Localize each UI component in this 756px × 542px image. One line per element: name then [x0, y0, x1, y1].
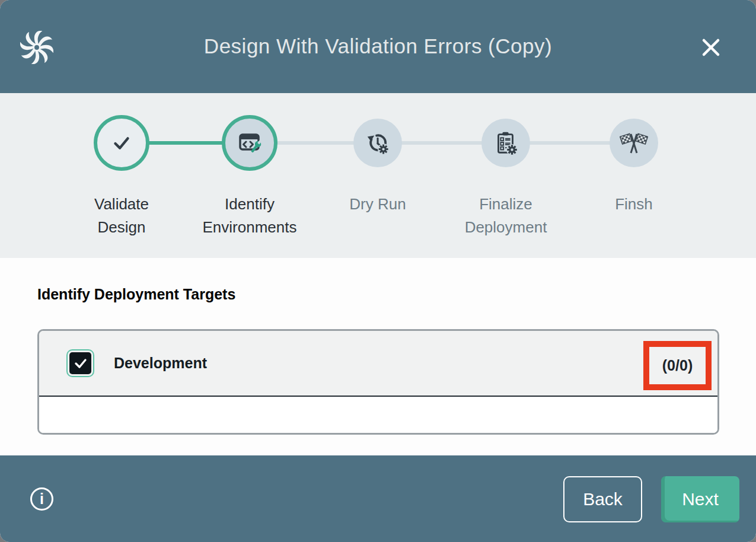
target-row-development[interactable]: Development (0/0) [39, 331, 717, 397]
development-checkbox[interactable] [69, 352, 91, 374]
checkered-flags-icon [620, 129, 648, 157]
close-icon[interactable] [698, 34, 724, 60]
page-title: Identify Deployment Targets [37, 286, 235, 303]
step-label-dry-run: Dry Run [314, 193, 442, 216]
dialog-header: Design With Validation Errors (Copy) [0, 0, 756, 93]
dialog-footer: i Back Next [0, 455, 756, 542]
check-icon [73, 356, 88, 371]
target-count: (0/0) [662, 357, 693, 374]
step-identify-environments[interactable] [222, 115, 277, 171]
checkmark-icon [108, 129, 135, 157]
clipboard-gear-icon [492, 129, 519, 157]
red-annotation-box: (0/0) [643, 341, 712, 390]
code-window-wrench-icon [235, 129, 264, 157]
step-dry-run[interactable] [353, 119, 402, 167]
wizard-body: Identify Deployment Targets Development … [0, 258, 756, 455]
deployment-targets-panel: Development (0/0) [37, 329, 719, 435]
dialog-title: Design With Validation Errors (Copy) [0, 34, 756, 58]
back-button[interactable]: Back [563, 476, 642, 522]
step-label-finalize-deployment: Finalize Deployment [442, 193, 570, 239]
step-finalize-deployment[interactable] [481, 119, 530, 167]
deployment-wizard-dialog: Design With Validation Errors (Copy) [0, 0, 756, 542]
empty-target-row [39, 397, 717, 433]
history-gear-icon [364, 129, 391, 157]
target-name: Development [114, 355, 207, 372]
step-finish[interactable] [610, 119, 658, 167]
step-label-identify-environments: Identify Environments [186, 193, 314, 239]
wizard-stepper: Validate Design Identify Environments Dr… [0, 93, 756, 258]
step-label-finish: Finsh [570, 193, 698, 216]
info-icon[interactable]: i [30, 487, 53, 511]
next-button[interactable]: Next [661, 476, 739, 522]
step-validate-design[interactable] [94, 115, 149, 171]
step-label-validate-design: Validate Design [58, 193, 186, 239]
